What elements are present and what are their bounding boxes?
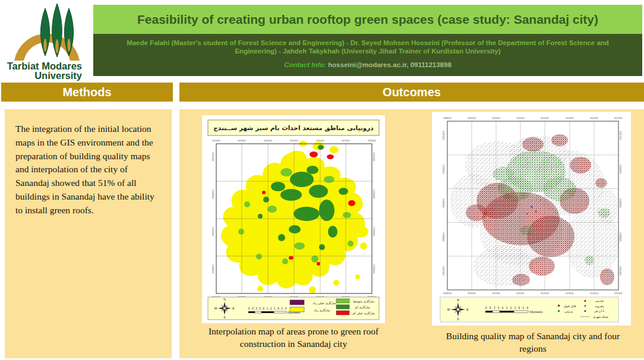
- university-logo-icon: Tarbiat Modares University: [6, 2, 93, 82]
- svg-text:0 0.3 0.6 1.2 1.8 2.4: 0 0.3 0.6 1.2 1.8 2.4: [485, 307, 528, 310]
- svg-text:3894000: 3894000: [372, 264, 375, 273]
- methods-section-header: Methods: [1, 83, 173, 102]
- svg-text:3895000: 3895000: [372, 226, 375, 236]
- svg-text:613000: 613000: [566, 292, 574, 295]
- outcomes-section-header: Outcomes: [179, 83, 644, 102]
- svg-text:قابل قبول: قابل قبول: [564, 304, 576, 308]
- svg-text:3900000: 3900000: [619, 164, 622, 173]
- svg-text:3901000: 3901000: [619, 130, 622, 140]
- svg-text:610000: 610000: [492, 116, 500, 119]
- svg-text:615000: 615000: [614, 292, 623, 295]
- svg-text:3896000: 3896000: [372, 189, 375, 198]
- svg-text:611000: 611000: [516, 292, 525, 295]
- contact-line: Contact Info: hosseini@modares.ac.ir, 09…: [284, 61, 452, 68]
- map2-legend-strip: N S W E 0 0.3 0.6 1.2 1.8 2.4 Kilometers: [440, 297, 618, 322]
- svg-text:608000: 608000: [443, 292, 452, 295]
- svg-text:Kilometers: Kilometers: [530, 311, 543, 314]
- svg-text:3897000: 3897000: [619, 266, 622, 275]
- title-band: Feasibility of creating urban rooftop gr…: [93, 5, 642, 34]
- tarbiat-modares-logo: Tarbiat Modares University: [6, 2, 93, 82]
- svg-text:613000: 613000: [238, 139, 246, 142]
- map1-legend-col2: سازگاری متوسط سازگاری کم سازگاری خیلی کم: [336, 299, 375, 315]
- legend-label: سازگاری متوسط: [353, 299, 374, 304]
- svg-text:615000: 615000: [290, 139, 298, 142]
- svg-text:616000: 616000: [316, 139, 324, 142]
- authors-band: Maede Falahi (Master's student of Forest…: [93, 34, 642, 76]
- svg-text:612000: 612000: [541, 292, 549, 295]
- svg-text:615000: 615000: [614, 116, 623, 119]
- legend-swatch: [336, 311, 349, 315]
- svg-text:3898000: 3898000: [619, 232, 622, 241]
- svg-text:با ارزش: با ارزش: [595, 309, 605, 313]
- contact-label: Contact Info:: [284, 61, 326, 68]
- svg-text:مرمتی: مرمتی: [564, 310, 573, 314]
- svg-text:614000: 614000: [590, 116, 598, 119]
- svg-text:3899000: 3899000: [619, 198, 622, 207]
- contact-value: hosseini@modares.ac.ir, 09111213898: [328, 61, 452, 68]
- svg-text:تخریبی: تخریبی: [595, 299, 604, 303]
- legend-swatch: [336, 305, 349, 309]
- interpolation-map-figure: درونیابی مناطق مستعد احداث بام سبز شهر س…: [202, 115, 385, 323]
- svg-text:3901000: 3901000: [442, 130, 445, 140]
- svg-text:617000: 617000: [342, 139, 350, 142]
- svg-text:610000: 610000: [492, 292, 500, 295]
- svg-text:شبکه شهری: شبکه شهری: [593, 315, 608, 319]
- poster-title: Feasibility of creating urban rooftop gr…: [137, 12, 598, 26]
- svg-text:613000: 613000: [566, 116, 574, 119]
- building-quality-map-image: 608000 609000 610000 611000 612000 61300…: [432, 112, 631, 326]
- svg-text:609000: 609000: [468, 292, 476, 295]
- svg-text:W: W: [214, 307, 217, 310]
- svg-text:مخروبه: مخروبه: [595, 304, 604, 308]
- svg-text:3899000: 3899000: [442, 198, 445, 207]
- logo-trees: [40, 4, 73, 57]
- svg-text:3897000: 3897000: [211, 151, 214, 161]
- legend-swatch: [290, 300, 304, 305]
- svg-text:0 0.3 0.6 1.2 1.8 2.4: 0 0.3 0.6 1.2 1.8 2.4: [248, 307, 286, 310]
- interpolation-map-image: درونیابی مناطق مستعد احداث بام سبز شهر س…: [202, 115, 385, 323]
- svg-text:3897000: 3897000: [442, 266, 445, 275]
- svg-text:N: N: [457, 298, 459, 302]
- poster-page: Tarbiat Modares University Feasibility o…: [0, 0, 644, 360]
- methods-panel: The integration of the initial location …: [5, 109, 172, 358]
- svg-text:614000: 614000: [264, 139, 272, 142]
- building-quality-map-figure: 608000 609000 610000 611000 612000 61300…: [432, 112, 631, 326]
- logo-text-line2: University: [34, 70, 83, 81]
- svg-text:3900000: 3900000: [442, 164, 445, 173]
- svg-text:3895000: 3895000: [211, 226, 214, 236]
- legend-swatch: [336, 299, 349, 303]
- legend-label: سازگاری خیلی زیاد: [312, 301, 336, 305]
- svg-text:3896000: 3896000: [211, 189, 214, 198]
- svg-text:614000: 614000: [590, 292, 598, 295]
- svg-text:612000: 612000: [541, 116, 549, 119]
- svg-text:3898000: 3898000: [442, 232, 445, 241]
- map1-caption: Interpolation map of areas prone to gree…: [200, 326, 387, 350]
- svg-text:3894000: 3894000: [211, 264, 214, 273]
- methods-paragraph: The integration of the initial location …: [15, 122, 161, 217]
- svg-text:611000: 611000: [516, 116, 525, 119]
- legend-label: سازگاری کم: [355, 305, 370, 310]
- outcomes-section-label: Outcomes: [383, 86, 441, 99]
- svg-text:609000: 609000: [468, 116, 476, 119]
- legend-label: سازگاری زیاد: [314, 308, 330, 312]
- methods-section-label: Methods: [62, 86, 111, 99]
- svg-text:608000: 608000: [443, 116, 452, 119]
- authors-text: Maede Falahi (Master's student of Forest…: [106, 39, 629, 56]
- legend-label: سازگاری خیلی کم: [352, 311, 375, 315]
- svg-text:618000: 618000: [368, 139, 376, 142]
- map1-title-farsi: درونیابی مناطق مستعد احداث بام سبز شهر س…: [213, 124, 374, 132]
- map2-caption: Building quality map of Sanandaj city an…: [444, 330, 622, 355]
- legend-swatch: [290, 307, 304, 312]
- map1-legend-strip: N S W E 0 0.3 0.6 1.2 1.8 2.4 Kilometers: [208, 297, 379, 320]
- svg-text:612000: 612000: [212, 139, 220, 142]
- svg-text:3897000: 3897000: [372, 151, 375, 161]
- svg-text:N: N: [223, 298, 226, 301]
- svg-text:W: W: [447, 308, 450, 311]
